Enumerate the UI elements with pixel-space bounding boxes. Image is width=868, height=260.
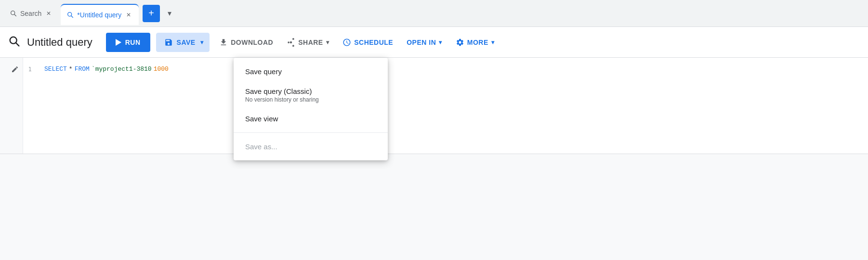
editor-area: 1 SELECT * FROM `myproject1-3810 1000 (0, 58, 868, 154)
save-dropdown-menu: Save query Save query (Classic) No versi… (234, 58, 388, 154)
code-line-1: SELECT * FROM `myproject1-3810 1000 (44, 64, 860, 75)
save-icon (164, 38, 173, 47)
search-tab-icon (10, 10, 17, 17)
download-button[interactable]: DOWNLOAD (215, 33, 277, 52)
gear-icon (456, 38, 464, 47)
untitled-query-tab-label: *Untitled query (77, 11, 121, 19)
tab-untitled-query[interactable]: *Untitled query ✕ (61, 4, 139, 25)
query-search-icon (8, 35, 21, 50)
save-chevron-down-icon: ▾ (200, 39, 204, 46)
save-query-classic-sublabel: No version history or sharing (245, 96, 376, 103)
code-table: `myproject1-3810 (92, 64, 152, 75)
save-query-classic-item[interactable]: Save query (Classic) No version history … (234, 81, 388, 109)
add-tab-button[interactable]: + (143, 5, 160, 22)
run-button-label: RUN (125, 39, 141, 46)
tab-bar: Search ✕ *Untitled query ✕ + ▾ (0, 0, 868, 27)
editor-line-numbers: 1 (23, 58, 37, 154)
keyword-select: SELECT (44, 64, 67, 75)
download-button-label: DOWNLOAD (231, 39, 273, 46)
open-in-button[interactable]: OPEN IN ▾ (403, 33, 446, 52)
add-tab-icon: + (148, 8, 154, 19)
save-query-label: Save query (245, 67, 376, 76)
page-title: Untitled query (27, 36, 92, 49)
save-query-item[interactable]: Save query (234, 62, 388, 81)
svg-line-5 (16, 43, 19, 46)
search-tab-close[interactable]: ✕ (44, 9, 53, 18)
gutter-row (0, 64, 23, 75)
more-button-label: MORE (467, 39, 488, 46)
save-as-label: Save as... (245, 143, 376, 151)
share-chevron-icon: ▾ (326, 39, 329, 46)
share-icon (287, 38, 295, 47)
untitled-query-tab-close[interactable]: ✕ (124, 11, 133, 19)
save-button-label: SAVE (177, 39, 196, 46)
open-in-button-label: OPEN IN (407, 39, 436, 46)
share-button[interactable]: SHARE ▾ (283, 33, 333, 52)
dropdown-divider (234, 132, 388, 133)
code-limit-value: 1000 (154, 64, 169, 75)
code-op: * (69, 64, 73, 75)
keyword-from: FROM (75, 64, 90, 75)
play-icon (116, 39, 121, 46)
schedule-icon (342, 38, 351, 47)
run-button[interactable]: RUN (106, 33, 150, 52)
save-view-label: Save view (245, 115, 376, 123)
edit-icon (11, 65, 19, 73)
save-view-item[interactable]: Save view (234, 109, 388, 129)
share-button-label: SHARE (298, 39, 323, 46)
open-in-chevron-icon: ▾ (439, 39, 442, 46)
tab-overflow-button[interactable]: ▾ (162, 6, 177, 21)
more-chevron-icon: ▾ (491, 39, 495, 46)
query-tab-icon (66, 11, 74, 19)
search-tab-label: Search (20, 10, 41, 17)
tab-search[interactable]: Search ✕ (4, 4, 59, 23)
save-query-classic-label: Save query (Classic) (245, 87, 376, 95)
save-as-item: Save as... (234, 137, 388, 154)
more-button[interactable]: MORE ▾ (452, 33, 499, 52)
chevron-down-icon: ▾ (168, 9, 171, 18)
schedule-button-label: SCHEDULE (354, 39, 393, 46)
line-number-1: 1 (23, 64, 37, 75)
editor-content[interactable]: SELECT * FROM `myproject1-3810 1000 (37, 58, 868, 154)
svg-line-3 (71, 15, 73, 17)
download-icon (219, 38, 228, 47)
schedule-button[interactable]: SCHEDULE (339, 33, 397, 52)
line-gutter (0, 58, 23, 154)
save-button[interactable]: SAVE ▾ (156, 33, 210, 52)
toolbar: Untitled query RUN SAVE ▾ DOWNLOAD SHARE… (0, 27, 868, 58)
svg-line-1 (14, 14, 16, 16)
